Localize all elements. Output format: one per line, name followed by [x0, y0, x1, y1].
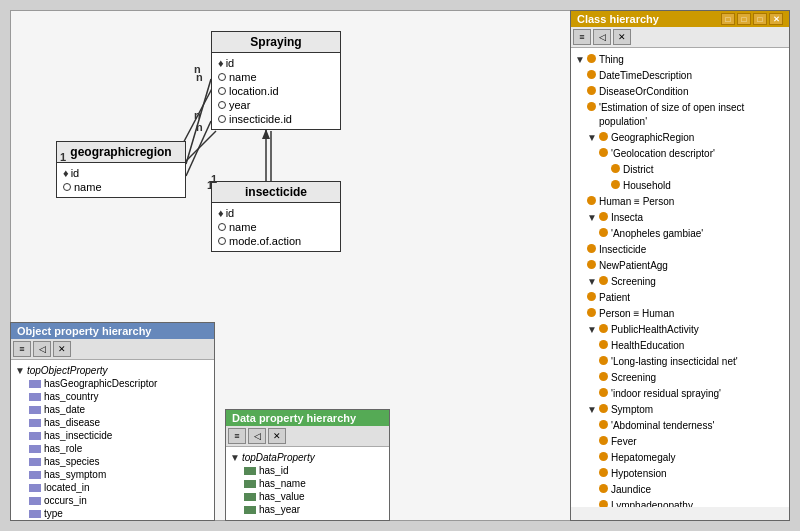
orange-dot — [599, 324, 608, 333]
geo-body: ♦ id name — [57, 163, 185, 197]
oph-toolbar: ≡ ◁ ✕ — [11, 339, 214, 360]
oph-item-type: type — [29, 507, 210, 520]
geo-table: geographicregion ♦ id name — [56, 141, 186, 198]
spraying-body: ♦ id name location.id year insecticide.i… — [212, 53, 340, 129]
green-bar-icon — [244, 480, 256, 488]
ch-max-btn[interactable]: □ — [737, 13, 751, 25]
ch-close-btn[interactable]: ✕ — [769, 13, 783, 25]
ch-header: Class hierarchy □ □ □ ✕ — [571, 11, 789, 27]
spraying-id-label: id — [226, 57, 235, 69]
arrow-icon: ▼ — [230, 452, 240, 463]
ch-pha-children: HealthEducation 'Long-lasting insecticid… — [587, 338, 785, 402]
ch-pha-label: PublicHealthActivity — [611, 323, 699, 337]
oph-top-label: topObjectProperty — [27, 365, 108, 376]
dph-menu-btn[interactable]: ≡ — [228, 428, 246, 444]
bar-icon — [29, 510, 41, 518]
dph-close-btn[interactable]: ✕ — [268, 428, 286, 444]
orange-dot — [587, 244, 596, 253]
oph-role-label: has_role — [44, 443, 82, 454]
ch-datetime-label: DateTimeDescription — [599, 69, 692, 83]
dph-back-btn[interactable]: ◁ — [248, 428, 266, 444]
ch-hepatomegaly: Hepatomegaly — [599, 450, 785, 466]
dph-toolbar: ≡ ◁ ✕ — [226, 426, 389, 447]
diamond-icon: ♦ — [63, 167, 69, 179]
ch-district: District — [611, 162, 785, 178]
oph-top-item: ▼ topObjectProperty — [15, 364, 210, 377]
circle-icon — [218, 223, 226, 231]
dph-content: ▼ topDataProperty has_id has_name has_va… — [226, 447, 389, 520]
oph-insecticide-label: has_insecticide — [44, 430, 112, 441]
oph-close-btn[interactable]: ✕ — [53, 341, 71, 357]
orange-dot — [599, 372, 608, 381]
ch-min-btn[interactable]: □ — [721, 13, 735, 25]
green-bar-icon — [244, 493, 256, 501]
spraying-row-year: year — [218, 98, 334, 112]
ch-fever-label: Fever — [611, 435, 637, 449]
oph-item-role: has_role — [29, 442, 210, 455]
ch-insecticide-label: Insecticide — [599, 243, 646, 257]
ch-human-label: Human ≡ Person — [599, 195, 674, 209]
insecticide-id-label: id — [226, 207, 235, 219]
orange-dot — [599, 452, 608, 461]
bar-icon — [29, 471, 41, 479]
arrow-icon: ▼ — [587, 323, 597, 337]
ch-pin-btn[interactable]: □ — [753, 13, 767, 25]
orange-dot — [611, 180, 620, 189]
circle-icon — [218, 115, 226, 123]
circle-icon — [218, 101, 226, 109]
ch-title: Class hierarchy — [577, 13, 659, 25]
oph-menu-btn[interactable]: ≡ — [13, 341, 31, 357]
oph-country-label: has_country — [44, 391, 98, 402]
insecticide-row-name: name — [218, 220, 334, 234]
diamond-icon: ♦ — [218, 207, 224, 219]
oph-date-label: has_date — [44, 404, 85, 415]
orange-dot — [587, 308, 596, 317]
ch-back-btn[interactable]: ◁ — [593, 29, 611, 45]
orange-dot — [599, 340, 608, 349]
dph-item-value: has_value — [244, 490, 385, 503]
oph-item-insecticide: has_insecticide — [29, 429, 210, 442]
ch-fever: Fever — [599, 434, 785, 450]
diamond-icon: ♦ — [218, 57, 224, 69]
spraying-row-locationid: location.id — [218, 84, 334, 98]
ch-geolocation-label: 'Geolocation descriptor' — [611, 147, 715, 161]
oph-type-label: type — [44, 508, 63, 519]
ch-hypotension: Hypotension — [599, 466, 785, 482]
ch-georegion-children: 'Geolocation descriptor' District Househ… — [587, 146, 785, 194]
bar-icon — [29, 432, 41, 440]
oph-content: ▼ topObjectProperty hasGeographicDescrip… — [11, 360, 214, 520]
dph-panel: Data property hierarchy ≡ ◁ ✕ ▼ topDataP… — [225, 409, 390, 521]
arrow-icon: ▼ — [15, 365, 25, 376]
ch-thing-label: Thing — [599, 53, 624, 67]
ch-insecta-children: 'Anopheles gambiae' — [587, 226, 785, 242]
ch-patient: Patient — [587, 290, 785, 306]
ch-anopheles-label: 'Anopheles gambiae' — [611, 227, 703, 241]
orange-dot — [599, 276, 608, 285]
ch-symptom-label: Symptom — [611, 403, 653, 417]
ch-household-label: Household — [623, 179, 671, 193]
oph-symptom-label: has_symptom — [44, 469, 106, 480]
ch-disease: DiseaseOrCondition — [587, 84, 785, 100]
ch-anopheles: 'Anopheles gambiae' — [599, 226, 785, 242]
ch-close-toolbar-btn[interactable]: ✕ — [613, 29, 631, 45]
ch-healthedu: HealthEducation — [599, 338, 785, 354]
oph-item-date: has_date — [29, 403, 210, 416]
oph-back-btn[interactable]: ◁ — [33, 341, 51, 357]
ch-menu-btn[interactable]: ≡ — [573, 29, 591, 45]
bar-icon — [29, 406, 41, 414]
ch-lymph: Lymphadenopathy — [599, 498, 785, 507]
dph-year-label: has_year — [259, 504, 300, 515]
spraying-row-id: ♦ id — [218, 56, 334, 70]
dph-top-item: ▼ topDataProperty — [230, 451, 385, 464]
dph-name-label: has_name — [259, 478, 306, 489]
bar-icon — [29, 380, 41, 388]
svg-marker-10 — [262, 129, 270, 139]
ch-toolbar: ≡ ◁ ✕ — [571, 27, 789, 48]
oph-item-located: located_in — [29, 481, 210, 494]
ch-patient-label: Patient — [599, 291, 630, 305]
orange-dot — [587, 102, 596, 111]
spraying-table: Spraying ♦ id name location.id year inse… — [211, 31, 341, 130]
spraying-name-label: name — [229, 71, 257, 83]
ch-pha: ▼ PublicHealthActivity — [587, 322, 785, 338]
ch-abdominal-label: 'Abdominal tenderness' — [611, 419, 714, 433]
